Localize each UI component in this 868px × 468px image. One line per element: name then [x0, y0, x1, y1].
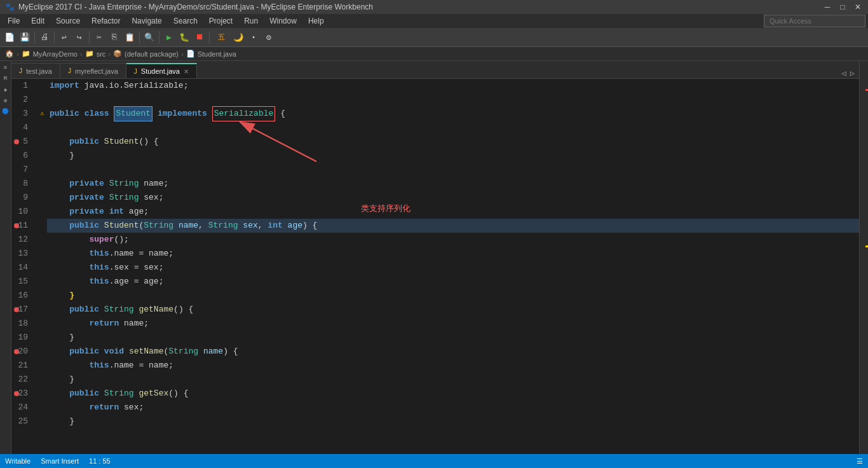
menu-file[interactable]: File: [3, 14, 25, 28]
close-button[interactable]: ✕: [853, 2, 863, 12]
writable-label: Writable: [5, 457, 31, 465]
gutter-13: [37, 247, 47, 261]
ruler-mark-1: [865, 89, 868, 91]
breakpoint-17: [14, 307, 19, 312]
insert-mode-label: Smart Insert: [41, 457, 79, 465]
copy-btn[interactable]: ⎘: [107, 31, 121, 45]
breadcrumb-home[interactable]: 🏠: [5, 50, 14, 58]
left-panel-icon-3[interactable]: ◈: [1, 85, 10, 94]
minimize-button[interactable]: ─: [822, 2, 832, 12]
status-menu-icon[interactable]: ☰: [857, 457, 863, 465]
moon-icon[interactable]: 🌙: [231, 31, 245, 45]
ruler-mark-2: [865, 245, 868, 247]
gutter-20: [37, 345, 47, 359]
line-num-22: 22: [11, 373, 32, 387]
dot-icon[interactable]: •: [247, 31, 261, 45]
line-num-21: 21: [11, 359, 32, 373]
code-line-12: super();: [47, 233, 859, 247]
gutter-2: [37, 93, 47, 107]
gutter-14: [37, 261, 47, 275]
title-bar-controls[interactable]: ─ □ ✕: [822, 2, 863, 12]
new-file-btn[interactable]: 📄: [3, 31, 17, 45]
menu-window[interactable]: Window: [264, 14, 302, 28]
menu-source[interactable]: Source: [51, 14, 85, 28]
gutter-12: [37, 233, 47, 247]
title-text: MyEclipse 2017 CI - Java Enterprise - My…: [18, 3, 373, 11]
tab-test-java[interactable]: J test.java: [11, 63, 60, 78]
tab-scroll-right[interactable]: ▷: [848, 69, 857, 78]
save-btn[interactable]: 💾: [18, 31, 32, 45]
gutter-9: [37, 191, 47, 205]
gutter-6: [37, 149, 47, 163]
tab-icon-test: J: [19, 67, 22, 74]
menu-project[interactable]: Project: [204, 14, 238, 28]
gutter-3: ⚠: [37, 107, 47, 121]
left-panel-icon-4[interactable]: ⊕: [1, 96, 10, 105]
breadcrumb-src-label[interactable]: src: [97, 50, 106, 58]
left-panel-icon-5[interactable]: 🔵: [1, 107, 10, 116]
quick-access-input[interactable]: [764, 15, 865, 27]
right-panel: [859, 61, 868, 454]
print-btn[interactable]: 🖨: [37, 31, 51, 45]
gutter-8: [37, 177, 47, 191]
breadcrumb-project[interactable]: 📁: [22, 50, 31, 58]
left-panel-icon-1[interactable]: ≡: [1, 64, 10, 72]
line-num-3: 3: [11, 107, 32, 121]
breakpoint-5: [14, 139, 19, 144]
run-btn[interactable]: ▶: [162, 31, 176, 45]
search-btn[interactable]: 🔍: [142, 31, 156, 45]
gutter-22: [37, 373, 47, 387]
paste-btn[interactable]: 📋: [123, 31, 137, 45]
cut-btn[interactable]: ✂: [92, 31, 106, 45]
code-line-5: public Student() {: [47, 135, 859, 149]
stop-btn[interactable]: ⏹: [193, 31, 207, 45]
code-line-21: this.name = name;: [47, 359, 859, 373]
gutter-7: [37, 163, 47, 177]
tab-label-test: test.java: [26, 67, 52, 75]
line-num-6: 6: [11, 149, 32, 163]
breadcrumb-file-label[interactable]: Student.java: [198, 50, 236, 58]
menu-run[interactable]: Run: [239, 14, 263, 28]
line-num-12: 12: [11, 233, 32, 247]
tab-scroll-left[interactable]: ◁: [840, 69, 848, 78]
app-icon: 🐾: [5, 3, 15, 11]
code-line-11: public Student(String name, String sex, …: [47, 219, 859, 233]
tab-student-java[interactable]: J Student.java ✕: [126, 63, 197, 78]
gear-icon[interactable]: ⚙: [262, 31, 276, 45]
main-layout: ≡ M ◈ ⊕ 🔵 J test.java J myreflect.java J…: [0, 61, 868, 454]
redo-btn[interactable]: ↪: [72, 31, 86, 45]
menu-bar: File Edit Source Refactor Navigate Searc…: [0, 14, 868, 28]
gutter-10: [37, 205, 47, 219]
code-line-2: [47, 93, 859, 107]
debug-btn[interactable]: 🐛: [177, 31, 191, 45]
status-writable: Writable: [5, 457, 31, 465]
menu-edit[interactable]: Edit: [26, 14, 50, 28]
tab-label-student: Student.java: [141, 67, 180, 75]
menu-refactor[interactable]: Refactor: [86, 14, 125, 28]
status-insert-mode: Smart Insert: [41, 457, 79, 465]
code-line-25: }: [47, 415, 859, 429]
editor-container: J test.java J myreflect.java J Student.j…: [11, 61, 859, 454]
calendar-icon[interactable]: 五: [212, 31, 230, 45]
tab-myreflect-java[interactable]: J myreflect.java: [60, 63, 126, 78]
left-panel-icon-2[interactable]: M: [1, 74, 10, 83]
tab-icon-myreflect: J: [68, 67, 71, 74]
maximize-button[interactable]: □: [837, 2, 848, 12]
editor-content[interactable]: 1 2 3 4 5 6 7 8 9 10 11 12 13 14 15 16: [11, 79, 859, 454]
gutter-5: [37, 135, 47, 149]
menu-help[interactable]: Help: [303, 14, 329, 28]
line-numbers: 1 2 3 4 5 6 7 8 9 10 11 12 13 14 15 16: [11, 79, 37, 454]
breadcrumb-project-label[interactable]: MyArrayDemo: [33, 50, 78, 58]
undo-btn[interactable]: ↩: [57, 31, 71, 45]
menu-navigate[interactable]: Navigate: [126, 14, 166, 28]
gutter-11: [37, 219, 47, 233]
code-line-8: private String name;: [47, 177, 859, 191]
line-num-1: 1: [11, 79, 32, 93]
tab-close-student[interactable]: ✕: [184, 68, 189, 75]
code-line-18: return name;: [47, 317, 859, 331]
gutter-4: [37, 121, 47, 135]
menu-search[interactable]: Search: [168, 14, 203, 28]
code-line-20: public void setName(String name) {: [47, 345, 859, 359]
code-area[interactable]: import java.io.Serializable; public clas…: [47, 79, 859, 454]
breadcrumb-package-label[interactable]: (default package): [125, 50, 179, 58]
